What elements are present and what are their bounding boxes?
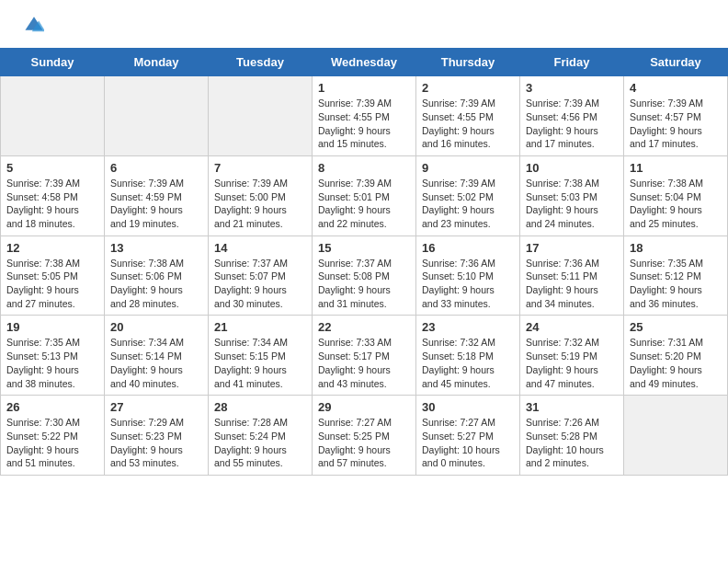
week-row-1: 1Sunrise: 7:39 AM Sunset: 4:55 PM Daylig…	[1, 76, 728, 156]
day-info: Sunrise: 7:34 AM Sunset: 5:15 PM Dayligh…	[214, 336, 306, 390]
day-info: Sunrise: 7:30 AM Sunset: 5:22 PM Dayligh…	[6, 416, 98, 470]
calendar-page: SundayMondayTuesdayWednesdayThursdayFrid…	[0, 0, 728, 476]
day-number: 26	[6, 400, 98, 414]
weekday-header-wednesday: Wednesday	[313, 49, 416, 76]
week-row-5: 26Sunrise: 7:30 AM Sunset: 5:22 PM Dayli…	[1, 396, 728, 476]
day-cell: 14Sunrise: 7:37 AM Sunset: 5:07 PM Dayli…	[209, 236, 313, 316]
day-number: 1	[318, 81, 410, 95]
day-number: 21	[214, 320, 306, 334]
day-cell	[105, 76, 209, 156]
day-info: Sunrise: 7:27 AM Sunset: 5:27 PM Dayligh…	[422, 416, 514, 470]
day-cell: 8Sunrise: 7:39 AM Sunset: 5:01 PM Daylig…	[313, 155, 416, 236]
day-cell: 25Sunrise: 7:31 AM Sunset: 5:20 PM Dayli…	[624, 316, 728, 396]
day-cell: 7Sunrise: 7:39 AM Sunset: 5:00 PM Daylig…	[209, 155, 313, 236]
day-cell: 15Sunrise: 7:37 AM Sunset: 5:08 PM Dayli…	[313, 236, 416, 316]
day-cell: 31Sunrise: 7:26 AM Sunset: 5:28 PM Dayli…	[520, 396, 624, 476]
day-number: 27	[110, 400, 202, 414]
day-number: 18	[630, 241, 722, 255]
day-info: Sunrise: 7:39 AM Sunset: 4:57 PM Dayligh…	[630, 97, 722, 151]
weekday-header-thursday: Thursday	[416, 49, 520, 76]
day-info: Sunrise: 7:39 AM Sunset: 5:00 PM Dayligh…	[214, 177, 306, 231]
day-info: Sunrise: 7:39 AM Sunset: 5:02 PM Dayligh…	[422, 177, 514, 231]
weekday-header-friday: Friday	[520, 49, 624, 76]
day-cell: 3Sunrise: 7:39 AM Sunset: 4:56 PM Daylig…	[520, 76, 624, 156]
day-cell: 13Sunrise: 7:38 AM Sunset: 5:06 PM Dayli…	[105, 236, 209, 316]
day-number: 25	[630, 320, 722, 334]
weekday-header-row: SundayMondayTuesdayWednesdayThursdayFrid…	[1, 49, 728, 76]
day-number: 28	[214, 400, 306, 414]
day-cell	[1, 76, 105, 156]
day-cell: 22Sunrise: 7:33 AM Sunset: 5:17 PM Dayli…	[313, 316, 416, 396]
day-info: Sunrise: 7:33 AM Sunset: 5:17 PM Dayligh…	[318, 336, 410, 390]
day-cell: 2Sunrise: 7:39 AM Sunset: 4:55 PM Daylig…	[416, 76, 520, 156]
day-cell	[209, 76, 313, 156]
day-number: 6	[110, 161, 202, 175]
day-cell: 19Sunrise: 7:35 AM Sunset: 5:13 PM Dayli…	[1, 316, 105, 396]
day-number: 13	[110, 241, 202, 255]
day-cell: 30Sunrise: 7:27 AM Sunset: 5:27 PM Dayli…	[416, 396, 520, 476]
day-info: Sunrise: 7:31 AM Sunset: 5:20 PM Dayligh…	[630, 336, 722, 390]
day-number: 2	[422, 81, 514, 95]
day-number: 30	[422, 400, 514, 414]
day-info: Sunrise: 7:35 AM Sunset: 5:13 PM Dayligh…	[6, 336, 98, 390]
day-number: 14	[214, 241, 306, 255]
day-cell: 27Sunrise: 7:29 AM Sunset: 5:23 PM Dayli…	[105, 396, 209, 476]
day-cell: 26Sunrise: 7:30 AM Sunset: 5:22 PM Dayli…	[1, 396, 105, 476]
day-number: 20	[110, 320, 202, 334]
day-number: 17	[526, 241, 618, 255]
week-row-4: 19Sunrise: 7:35 AM Sunset: 5:13 PM Dayli…	[1, 316, 728, 396]
day-cell: 16Sunrise: 7:36 AM Sunset: 5:10 PM Dayli…	[416, 236, 520, 316]
day-info: Sunrise: 7:39 AM Sunset: 5:01 PM Dayligh…	[318, 177, 410, 231]
day-info: Sunrise: 7:37 AM Sunset: 5:07 PM Dayligh…	[214, 257, 306, 311]
day-number: 22	[318, 320, 410, 334]
day-number: 8	[318, 161, 410, 175]
day-number: 23	[422, 320, 514, 334]
day-info: Sunrise: 7:29 AM Sunset: 5:23 PM Dayligh…	[110, 416, 202, 470]
day-number: 29	[318, 400, 410, 414]
day-number: 5	[6, 161, 98, 175]
day-info: Sunrise: 7:39 AM Sunset: 4:59 PM Dayligh…	[110, 177, 202, 231]
day-number: 24	[526, 320, 618, 334]
day-cell: 18Sunrise: 7:35 AM Sunset: 5:12 PM Dayli…	[624, 236, 728, 316]
day-cell: 21Sunrise: 7:34 AM Sunset: 5:15 PM Dayli…	[209, 316, 313, 396]
day-cell: 1Sunrise: 7:39 AM Sunset: 4:55 PM Daylig…	[313, 76, 416, 156]
day-number: 3	[526, 81, 618, 95]
logo	[22, 17, 44, 39]
calendar-table: SundayMondayTuesdayWednesdayThursdayFrid…	[0, 48, 728, 476]
day-cell: 29Sunrise: 7:27 AM Sunset: 5:25 PM Dayli…	[313, 396, 416, 476]
weekday-header-tuesday: Tuesday	[209, 49, 313, 76]
day-info: Sunrise: 7:36 AM Sunset: 5:10 PM Dayligh…	[422, 257, 514, 311]
weekday-header-sunday: Sunday	[1, 49, 105, 76]
day-cell: 28Sunrise: 7:28 AM Sunset: 5:24 PM Dayli…	[209, 396, 313, 476]
day-info: Sunrise: 7:27 AM Sunset: 5:25 PM Dayligh…	[318, 416, 410, 470]
day-cell: 17Sunrise: 7:36 AM Sunset: 5:11 PM Dayli…	[520, 236, 624, 316]
day-info: Sunrise: 7:39 AM Sunset: 4:56 PM Dayligh…	[526, 97, 618, 151]
day-number: 19	[6, 320, 98, 334]
day-number: 16	[422, 241, 514, 255]
day-info: Sunrise: 7:36 AM Sunset: 5:11 PM Dayligh…	[526, 257, 618, 311]
week-row-3: 12Sunrise: 7:38 AM Sunset: 5:05 PM Dayli…	[1, 236, 728, 316]
day-info: Sunrise: 7:26 AM Sunset: 5:28 PM Dayligh…	[526, 416, 618, 470]
day-number: 7	[214, 161, 306, 175]
day-number: 11	[630, 161, 722, 175]
day-info: Sunrise: 7:39 AM Sunset: 4:55 PM Dayligh…	[318, 97, 410, 151]
day-cell: 5Sunrise: 7:39 AM Sunset: 4:58 PM Daylig…	[1, 155, 105, 236]
day-info: Sunrise: 7:32 AM Sunset: 5:18 PM Dayligh…	[422, 336, 514, 390]
day-cell: 24Sunrise: 7:32 AM Sunset: 5:19 PM Dayli…	[520, 316, 624, 396]
day-cell: 11Sunrise: 7:38 AM Sunset: 5:04 PM Dayli…	[624, 155, 728, 236]
day-number: 9	[422, 161, 514, 175]
day-info: Sunrise: 7:37 AM Sunset: 5:08 PM Dayligh…	[318, 257, 410, 311]
weekday-header-saturday: Saturday	[624, 49, 728, 76]
day-cell: 23Sunrise: 7:32 AM Sunset: 5:18 PM Dayli…	[416, 316, 520, 396]
day-cell: 12Sunrise: 7:38 AM Sunset: 5:05 PM Dayli…	[1, 236, 105, 316]
day-info: Sunrise: 7:35 AM Sunset: 5:12 PM Dayligh…	[630, 257, 722, 311]
day-info: Sunrise: 7:38 AM Sunset: 5:05 PM Dayligh…	[6, 257, 98, 311]
day-info: Sunrise: 7:38 AM Sunset: 5:03 PM Dayligh…	[526, 177, 618, 231]
calendar-body: 1Sunrise: 7:39 AM Sunset: 4:55 PM Daylig…	[1, 76, 728, 476]
day-info: Sunrise: 7:38 AM Sunset: 5:04 PM Dayligh…	[630, 177, 722, 231]
logo-icon	[24, 15, 44, 35]
day-info: Sunrise: 7:34 AM Sunset: 5:14 PM Dayligh…	[110, 336, 202, 390]
weekday-header-monday: Monday	[105, 49, 209, 76]
day-cell: 20Sunrise: 7:34 AM Sunset: 5:14 PM Dayli…	[105, 316, 209, 396]
day-info: Sunrise: 7:39 AM Sunset: 4:58 PM Dayligh…	[6, 177, 98, 231]
